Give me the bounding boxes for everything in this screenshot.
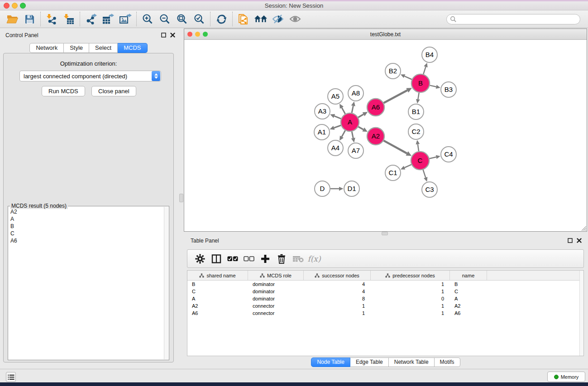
open-session-icon[interactable] — [4, 12, 21, 26]
export-table-icon[interactable] — [100, 12, 117, 26]
run-mcds-button[interactable]: Run MCDS — [42, 86, 85, 96]
table-row[interactable]: Cdominator41C — [187, 288, 583, 295]
mcds-result-item[interactable]: A6 — [9, 237, 163, 244]
mcds-result-item[interactable]: A — [9, 215, 163, 223]
tab-network[interactable]: Network — [29, 43, 64, 53]
table-cell[interactable]: 1 — [371, 302, 450, 310]
network-window-titlebar[interactable]: testGlobe.txt — [184, 29, 587, 40]
close-panel-button[interactable]: Close panel — [91, 86, 136, 96]
graph-edge[interactable] — [352, 106, 353, 113]
table-cell[interactable]: 4 — [304, 288, 371, 295]
column-header-MCDS-role[interactable]: MCDS role — [248, 271, 304, 281]
graph-edge[interactable] — [342, 108, 345, 114]
close-panel-icon[interactable] — [577, 238, 582, 243]
graph-edge[interactable] — [334, 125, 341, 128]
delete-row-icon[interactable] — [273, 251, 290, 267]
select-all-icon[interactable] — [225, 251, 241, 267]
graph-edge[interactable] — [423, 170, 426, 177]
table-cell[interactable]: B — [450, 281, 487, 288]
graph-edge[interactable] — [418, 144, 419, 151]
memory-button[interactable]: Memory — [547, 372, 585, 382]
table-cell[interactable]: connector — [248, 310, 304, 317]
table-cell[interactable]: dominator — [248, 295, 304, 302]
table-scrollbar[interactable] — [579, 271, 583, 356]
zoom-fit-icon[interactable] — [173, 12, 191, 26]
tab-network-table[interactable]: Network Table — [389, 357, 435, 367]
column-header-shared-name[interactable]: shared name — [187, 271, 248, 281]
save-session-icon[interactable] — [21, 12, 38, 26]
graph-edge[interactable] — [335, 116, 341, 119]
graph-edge[interactable] — [384, 91, 407, 103]
float-panel-icon[interactable] — [568, 238, 573, 243]
table-cell[interactable]: connector — [248, 302, 304, 310]
graph-edge[interactable] — [384, 141, 407, 153]
column-header-name[interactable]: name — [450, 271, 487, 281]
table-cell[interactable]: 1 — [371, 310, 450, 317]
table-cell[interactable]: dominator — [248, 288, 304, 295]
graph-edge[interactable] — [430, 86, 436, 87]
tab-node-table[interactable]: Node Table — [311, 357, 350, 367]
zoom-out-icon[interactable] — [156, 12, 173, 26]
export-image-icon[interactable] — [117, 12, 134, 26]
table-row[interactable]: A2connector11A2 — [187, 302, 583, 310]
function-builder-icon[interactable]: f(x) — [306, 251, 322, 267]
table-cell[interactable]: 1 — [304, 302, 371, 310]
table-cell[interactable]: A — [187, 295, 248, 302]
network-canvas[interactable]: B4B2BB3A8A5A6A3B1AA1C2A2A4A7C4CC1C3DD1 — [184, 40, 587, 231]
optimization-criterion-select[interactable]: largest connected component (directed) — [19, 71, 161, 81]
tab-style[interactable]: Style — [64, 43, 89, 53]
graph-edge[interactable] — [342, 130, 345, 137]
zoom-in-icon[interactable] — [139, 12, 156, 26]
unselect-all-icon[interactable] — [241, 251, 257, 267]
table-row[interactable]: Adominator80A — [187, 295, 583, 302]
import-table-icon[interactable] — [60, 12, 77, 26]
tab-edge-table[interactable]: Edge Table — [350, 357, 389, 367]
table-cell[interactable]: C — [450, 288, 487, 295]
zoom-selected-icon[interactable] — [191, 12, 208, 26]
graph-edge[interactable] — [352, 132, 353, 138]
table-cell[interactable]: A2 — [450, 302, 487, 310]
table-cell[interactable]: A6 — [450, 310, 487, 317]
window-resize-grip[interactable] — [580, 224, 586, 231]
clone-network-icon[interactable] — [235, 12, 252, 26]
table-cell[interactable]: 1 — [371, 281, 450, 288]
graph-edge[interactable] — [418, 93, 419, 100]
table-cell[interactable]: 0 — [371, 295, 450, 302]
graph-edge[interactable] — [358, 127, 363, 129]
import-network-icon[interactable] — [43, 12, 60, 26]
table-cell[interactable]: A — [450, 295, 487, 302]
mcds-list-scrollbar[interactable] — [164, 207, 168, 359]
graph-edge[interactable] — [405, 76, 412, 79]
column-layout-icon[interactable] — [208, 251, 225, 267]
table-settings-icon[interactable] — [192, 251, 208, 267]
table-cell[interactable]: dominator — [248, 281, 304, 288]
task-history-button[interactable] — [6, 372, 16, 382]
delete-column-icon[interactable] — [290, 251, 306, 267]
mcds-result-item[interactable]: B — [9, 223, 163, 230]
graphics-details-icon[interactable] — [269, 12, 287, 26]
column-header-successor-nodes[interactable]: successor nodes — [304, 271, 371, 281]
export-network-icon[interactable] — [82, 12, 100, 26]
show-hide-eye-icon[interactable] — [287, 12, 304, 26]
table-cell[interactable]: 4 — [304, 281, 371, 288]
tab-motifs[interactable]: Motifs — [435, 357, 460, 367]
graph-edge[interactable] — [405, 165, 411, 168]
graph-edge[interactable] — [423, 67, 425, 74]
horizontal-split-handle[interactable] — [382, 232, 388, 235]
add-row-icon[interactable] — [257, 251, 273, 267]
refresh-layout-icon[interactable] — [213, 12, 230, 26]
search-input[interactable] — [446, 14, 580, 24]
table-cell[interactable]: C — [187, 288, 248, 295]
table-cell[interactable]: B — [187, 281, 248, 288]
tab-select[interactable]: Select — [89, 43, 118, 53]
table-cell[interactable]: 1 — [371, 288, 450, 295]
mcds-result-item[interactable]: C — [9, 230, 163, 237]
close-panel-icon[interactable] — [170, 33, 175, 38]
table-cell[interactable]: A2 — [187, 302, 248, 310]
graph-edge[interactable] — [429, 157, 436, 158]
first-neighbors-icon[interactable] — [252, 12, 269, 26]
float-panel-icon[interactable] — [161, 33, 166, 38]
table-row[interactable]: Bdominator41B — [187, 281, 583, 288]
mcds-result-item[interactable]: A2 — [9, 208, 163, 215]
column-header-predecessor-nodes[interactable]: predecessor nodes — [371, 271, 450, 281]
